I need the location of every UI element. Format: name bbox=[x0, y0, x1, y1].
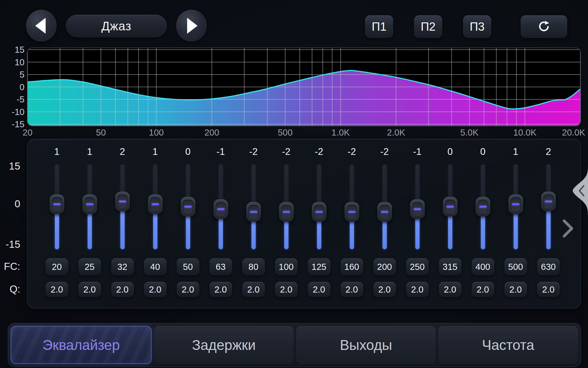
band-q-button[interactable]: 2.0 bbox=[242, 282, 265, 297]
band-q-button[interactable]: 2.0 bbox=[439, 282, 462, 297]
band-slider-thumb[interactable] bbox=[345, 202, 359, 222]
reset-eq-button[interactable] bbox=[521, 15, 567, 38]
arrow-left-icon bbox=[35, 18, 46, 34]
band-fc-button[interactable]: 250 bbox=[406, 258, 429, 275]
band-fc-button[interactable]: 500 bbox=[504, 258, 527, 275]
band-q-button[interactable]: 2.0 bbox=[373, 282, 396, 297]
eq-band-160hz: -21602.0 bbox=[335, 140, 368, 309]
thumb-grip-icon bbox=[86, 203, 93, 205]
band-fc-button[interactable]: 315 bbox=[439, 258, 462, 275]
band-slider-thumb[interactable] bbox=[541, 192, 556, 211]
memory-preset-1-label: П1 bbox=[372, 20, 386, 33]
band-fc-button[interactable]: 40 bbox=[144, 258, 167, 275]
eq-band-400hz: 04002.0 bbox=[466, 140, 499, 309]
band-gain-value: 2 bbox=[532, 146, 565, 157]
memory-preset-3-label: П3 bbox=[470, 20, 484, 33]
band-slider-thumb[interactable] bbox=[476, 197, 490, 217]
band-q-button[interactable]: 2.0 bbox=[537, 282, 560, 297]
eq-band-630hz: 26302.0 bbox=[532, 140, 565, 309]
band-q-button[interactable]: 2.0 bbox=[472, 282, 494, 297]
band-q-button[interactable]: 2.0 bbox=[209, 282, 232, 297]
thumb-grip-icon bbox=[152, 203, 159, 205]
band-slider-thumb[interactable] bbox=[246, 202, 261, 222]
x-tick-label: 100 bbox=[149, 128, 164, 138]
band-gain-value: 1 bbox=[73, 146, 106, 157]
fc-row-label: FC: bbox=[0, 261, 20, 272]
band-slider-fill bbox=[546, 209, 551, 249]
band-q-button[interactable]: 2.0 bbox=[406, 282, 429, 297]
band-fc-button[interactable]: 63 bbox=[209, 258, 232, 275]
slider-scale-min-label: -15 bbox=[0, 239, 20, 250]
band-slider-thumb[interactable] bbox=[443, 197, 458, 217]
memory-preset-3-button[interactable]: П3 bbox=[463, 15, 491, 38]
side-drawer-handle[interactable] bbox=[569, 166, 588, 216]
band-slider-thumb[interactable] bbox=[148, 194, 163, 214]
band-slider-thumb[interactable] bbox=[312, 202, 326, 222]
band-fc-button[interactable]: 630 bbox=[537, 258, 560, 275]
eq-band-200hz: -22002.0 bbox=[368, 140, 401, 309]
band-gain-value: -2 bbox=[237, 146, 270, 157]
band-fc-button[interactable]: 25 bbox=[78, 258, 101, 275]
band-slider-thumb[interactable] bbox=[377, 202, 392, 222]
tab-outputs[interactable]: Выходы bbox=[296, 326, 436, 364]
band-gain-value: 0 bbox=[434, 146, 466, 157]
band-q-button[interactable]: 2.0 bbox=[111, 282, 134, 297]
band-q-button[interactable]: 2.0 bbox=[177, 282, 199, 297]
y-tick-label: -5 bbox=[1, 95, 24, 104]
x-tick-label: 5.0K bbox=[460, 128, 479, 138]
preset-name-display[interactable]: Джаз bbox=[66, 15, 167, 37]
band-fc-button[interactable]: 160 bbox=[341, 258, 363, 275]
tab-delays-label: Задержки bbox=[192, 337, 256, 353]
thumb-grip-icon bbox=[217, 208, 224, 210]
band-slider-fill bbox=[186, 215, 190, 249]
y-tick-label: -15 bbox=[1, 120, 24, 129]
band-slider-fill bbox=[514, 212, 518, 249]
memory-preset-1-button[interactable]: П1 bbox=[365, 15, 393, 38]
band-fc-button[interactable]: 20 bbox=[46, 258, 68, 275]
band-slider-thumb[interactable] bbox=[181, 197, 195, 217]
band-gain-value: -1 bbox=[401, 146, 434, 157]
band-slider-thumb[interactable] bbox=[508, 194, 523, 214]
band-slider-thumb[interactable] bbox=[115, 192, 130, 211]
band-q-button[interactable]: 2.0 bbox=[78, 282, 101, 297]
band-gain-value: -2 bbox=[303, 146, 335, 157]
tab-outputs-label: Выходы bbox=[340, 337, 392, 353]
tab-equalizer[interactable]: Эквалайзер bbox=[11, 326, 152, 364]
band-gain-value: 1 bbox=[40, 146, 73, 157]
band-slider-thumb[interactable] bbox=[82, 194, 97, 214]
band-slider-thumb[interactable] bbox=[410, 199, 425, 219]
band-slider-fill bbox=[55, 212, 59, 249]
band-fc-button[interactable]: 200 bbox=[373, 258, 396, 275]
memory-preset-2-button[interactable]: П2 bbox=[414, 15, 442, 38]
tab-delays[interactable]: Задержки bbox=[154, 326, 294, 364]
band-slider-thumb[interactable] bbox=[50, 194, 64, 214]
band-slider-thumb[interactable] bbox=[213, 199, 228, 219]
tab-frequency[interactable]: Частота bbox=[438, 326, 578, 364]
y-tick-label: 15 bbox=[1, 45, 24, 54]
band-fc-button[interactable]: 32 bbox=[111, 258, 134, 275]
thumb-grip-icon bbox=[119, 201, 126, 202]
band-q-button[interactable]: 2.0 bbox=[308, 282, 330, 297]
band-fc-button[interactable]: 100 bbox=[275, 258, 298, 275]
band-slider-fill bbox=[153, 212, 157, 249]
eq-band-315hz: 03152.0 bbox=[434, 140, 466, 309]
band-fc-button[interactable]: 80 bbox=[242, 258, 265, 275]
preset-next-button[interactable] bbox=[176, 10, 207, 42]
band-slider-thumb[interactable] bbox=[279, 202, 294, 222]
band-q-button[interactable]: 2.0 bbox=[275, 282, 298, 297]
band-fc-button[interactable]: 50 bbox=[177, 258, 199, 275]
preset-prev-button[interactable] bbox=[26, 10, 57, 42]
band-q-button[interactable]: 2.0 bbox=[144, 282, 167, 297]
band-q-button[interactable]: 2.0 bbox=[504, 282, 527, 297]
band-fc-button[interactable]: 125 bbox=[308, 258, 330, 275]
eq-band-500hz: 15002.0 bbox=[499, 140, 532, 309]
band-q-button[interactable]: 2.0 bbox=[46, 282, 68, 297]
thumb-grip-icon bbox=[414, 208, 421, 210]
scroll-bands-right-button[interactable] bbox=[561, 218, 575, 240]
band-fc-button[interactable]: 400 bbox=[472, 258, 494, 275]
eq-band-25hz: 1252.0 bbox=[73, 140, 106, 309]
band-slider-fill bbox=[350, 220, 354, 249]
q-row-label: Q: bbox=[0, 283, 20, 295]
band-slider-fill bbox=[481, 215, 485, 249]
band-q-button[interactable]: 2.0 bbox=[341, 282, 363, 297]
